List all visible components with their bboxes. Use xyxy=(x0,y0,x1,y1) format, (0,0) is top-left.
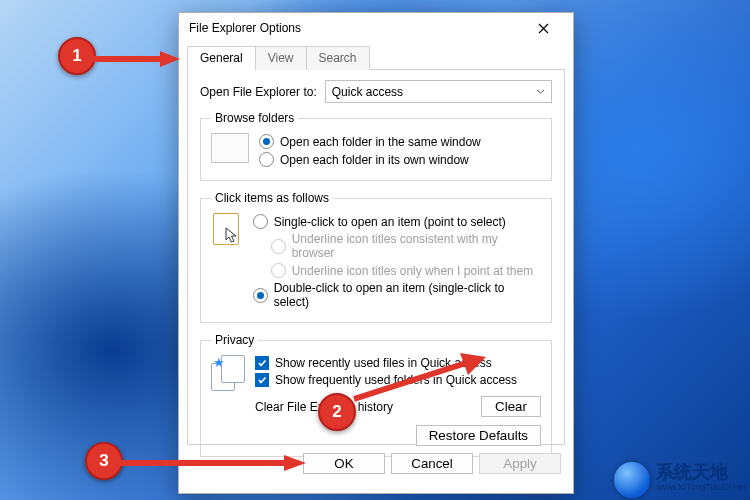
callout-1: 1 xyxy=(58,37,96,75)
browse-folders-group: Browse folders Open each folder in the s… xyxy=(200,111,552,181)
titlebar: File Explorer Options xyxy=(179,13,573,43)
radio-label: Underline icon titles consistent with my… xyxy=(292,232,541,260)
radio-label: Open each folder in its own window xyxy=(280,153,469,167)
file-explorer-options-dialog: File Explorer Options General View Searc… xyxy=(178,12,574,494)
tab-search[interactable]: Search xyxy=(307,46,370,70)
radio-icon xyxy=(271,239,286,254)
radio-icon xyxy=(253,214,268,229)
checkbox-label: Show frequently used folders in Quick ac… xyxy=(275,373,517,387)
checkbox-frequent-folders[interactable]: Show frequently used folders in Quick ac… xyxy=(255,373,517,387)
radio-underline-point: Underline icon titles only when I point … xyxy=(271,263,541,278)
open-explorer-select[interactable]: Quick access xyxy=(325,80,552,103)
checkbox-recent-files[interactable]: Show recently used files in Quick access xyxy=(255,356,517,370)
privacy-legend: Privacy xyxy=(211,333,258,347)
close-icon xyxy=(538,23,549,34)
dialog-footer: OK Cancel Apply xyxy=(179,445,573,474)
radio-icon xyxy=(271,263,286,278)
watermark-sub: www.XiTongTianDi.net xyxy=(656,480,746,495)
open-explorer-label: Open File Explorer to: xyxy=(200,85,317,99)
tab-bar: General View Search xyxy=(179,45,573,69)
radio-icon xyxy=(253,288,268,303)
tab-view[interactable]: View xyxy=(256,46,307,70)
close-button[interactable] xyxy=(523,13,563,43)
radio-own-window[interactable]: Open each folder in its own window xyxy=(259,152,481,167)
browse-folders-legend: Browse folders xyxy=(211,111,298,125)
privacy-icon: ★ xyxy=(211,355,245,389)
globe-icon xyxy=(614,462,650,498)
watermark: 系统天地 www.XiTongTianDi.net xyxy=(614,462,746,498)
checkbox-icon xyxy=(255,356,269,370)
radio-single-click[interactable]: Single-click to open an item (point to s… xyxy=(253,214,541,229)
browse-folders-icon xyxy=(211,133,249,163)
radio-label: Double-click to open an item (single-cli… xyxy=(274,281,541,309)
tab-general[interactable]: General xyxy=(187,46,256,70)
ok-button[interactable]: OK xyxy=(303,453,385,474)
checkbox-label: Show recently used files in Quick access xyxy=(275,356,492,370)
click-items-icon xyxy=(211,213,243,249)
radio-icon xyxy=(259,134,274,149)
open-explorer-value: Quick access xyxy=(332,85,403,99)
clear-history-row: Clear File Explorer history Clear xyxy=(211,396,541,417)
radio-double-click[interactable]: Double-click to open an item (single-cli… xyxy=(253,281,541,309)
clear-button[interactable]: Clear xyxy=(481,396,541,417)
radio-icon xyxy=(259,152,274,167)
apply-button[interactable]: Apply xyxy=(479,453,561,474)
radio-label: Underline icon titles only when I point … xyxy=(292,264,533,278)
cancel-button[interactable]: Cancel xyxy=(391,453,473,474)
callout-3: 3 xyxy=(85,442,123,480)
watermark-main: 系统天地 xyxy=(656,465,746,480)
chevron-down-icon xyxy=(536,89,545,94)
privacy-group: Privacy ★ Show recently used files in Qu… xyxy=(200,333,552,457)
radio-label: Open each folder in the same window xyxy=(280,135,481,149)
window-title: File Explorer Options xyxy=(189,13,301,43)
checkbox-icon xyxy=(255,373,269,387)
restore-defaults-button[interactable]: Restore Defaults xyxy=(416,425,541,446)
radio-underline-browser: Underline icon titles consistent with my… xyxy=(271,232,541,260)
open-explorer-row: Open File Explorer to: Quick access xyxy=(200,80,552,103)
radio-label: Single-click to open an item (point to s… xyxy=(274,215,506,229)
tab-panel-general: Open File Explorer to: Quick access Brow… xyxy=(187,69,565,445)
click-items-group: Click items as follows Single-click to o… xyxy=(200,191,552,323)
radio-same-window[interactable]: Open each folder in the same window xyxy=(259,134,481,149)
click-items-legend: Click items as follows xyxy=(211,191,333,205)
callout-2: 2 xyxy=(318,393,356,431)
